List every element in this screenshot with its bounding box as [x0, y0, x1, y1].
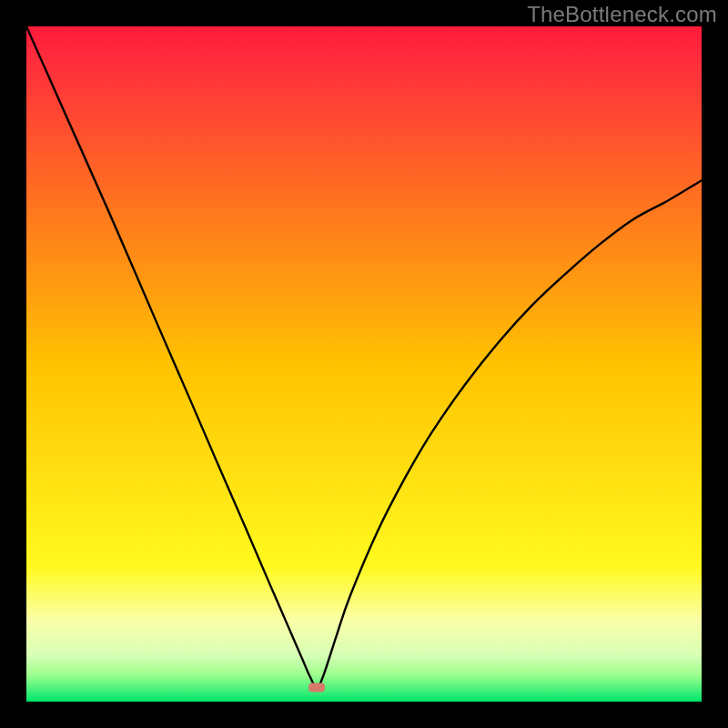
minimum-marker [308, 682, 325, 692]
watermark-text: TheBottleneck.com [527, 2, 717, 27]
chart-frame: TheBottleneck.com [0, 0, 728, 728]
gradient-background [26, 26, 702, 702]
bottleneck-chart [26, 26, 702, 702]
